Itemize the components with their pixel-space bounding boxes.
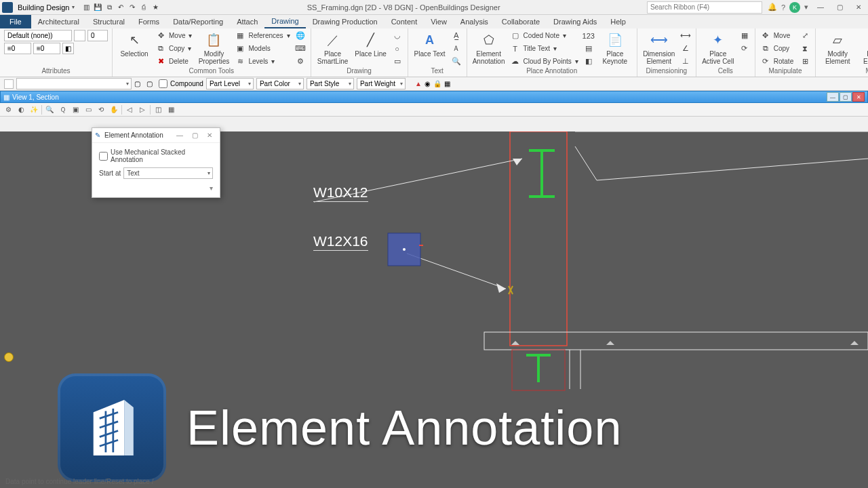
place-note-icon[interactable]: 123 (583, 30, 595, 41)
workflow-selector[interactable]: Building Design (15, 3, 72, 12)
zoom-in-icon[interactable]: 🔍 (44, 104, 55, 115)
change-text-icon[interactable]: Ａ (450, 43, 462, 54)
modify-element[interactable]: ▱Modify Element (820, 30, 855, 65)
place-line[interactable]: ╱Place Line (353, 30, 389, 58)
compound-checkbox[interactable] (159, 79, 167, 88)
maximize-button[interactable]: ▢ (830, 0, 849, 15)
edit-text-icon[interactable]: A̲ (450, 30, 462, 41)
dialog-minimize-button[interactable]: — (172, 131, 187, 139)
display-style-icon[interactable]: ◐ (16, 104, 26, 115)
view-prev-icon[interactable]: ◁ (124, 104, 135, 115)
accudraw-icon[interactable]: ▲ (415, 80, 422, 87)
dim-ordinate-icon[interactable]: ⊥ (679, 56, 692, 67)
view-maximize-button[interactable]: ▢ (840, 92, 852, 102)
workflow-dropdown-icon[interactable]: ▾ (72, 4, 75, 10)
lock-toggle-icon[interactable]: 🔒 (433, 80, 441, 87)
place-callout-icon[interactable]: ◧ (583, 56, 595, 67)
pan-icon[interactable]: ✋ (108, 104, 119, 115)
delete-tool[interactable]: ✖Delete (155, 56, 193, 67)
dialog-pin-button[interactable]: ▢ (187, 131, 202, 139)
tab-drawing-production[interactable]: Drawing Production (306, 15, 384, 28)
tab-collaborate[interactable]: Collaborate (495, 15, 547, 28)
view-close-button[interactable]: ✕ (852, 92, 865, 102)
manip-mirror-icon[interactable]: ⧗ (799, 43, 811, 54)
part-swatch[interactable]: ▢ (134, 80, 144, 87)
adjust-icon[interactable]: ✨ (28, 104, 39, 115)
tab-drawing-aids[interactable]: Drawing Aids (547, 15, 604, 28)
coded-note[interactable]: ▢Coded Note ▾ (509, 30, 580, 41)
qat-undo-icon[interactable]: ↶ (116, 3, 125, 12)
manip-copy[interactable]: ⧉Copy (760, 43, 796, 54)
clip-mask-icon[interactable]: ▦ (165, 104, 176, 115)
view-minimize-button[interactable]: — (827, 92, 839, 102)
transparency-icon[interactable]: ◧ (62, 43, 74, 54)
lineweight-0b[interactable]: ≡ 0 (33, 43, 60, 54)
place-active-cell[interactable]: ✦Place Active Cell (701, 30, 736, 65)
dialog-close-button[interactable]: ✕ (202, 131, 217, 139)
part-style-selector[interactable]: Part Style (307, 78, 354, 89)
explorer-icon[interactable]: 🌐 (294, 30, 307, 41)
start-at-selector[interactable]: Text (123, 167, 213, 179)
qat-more-icon[interactable]: ★ (151, 3, 160, 12)
reference-indicator-icon[interactable] (4, 352, 14, 362)
linestyle-0[interactable]: ≡ 0 (4, 43, 31, 54)
move-tool[interactable]: ✥Move ▾ (155, 30, 193, 41)
minimize-button[interactable]: — (811, 0, 830, 15)
part-level-selector[interactable]: Part Level (206, 78, 254, 89)
qat-open-icon[interactable]: ▥ (81, 3, 91, 12)
part-swatch2[interactable]: ▢ (146, 80, 156, 87)
close-button[interactable]: ✕ (849, 0, 868, 15)
manip-rotate[interactable]: ⟳Rotate (760, 56, 796, 67)
tab-help[interactable]: Help (604, 15, 633, 28)
cloud-by-points[interactable]: ☁Cloud By Points ▾ (509, 56, 580, 67)
window-area-icon[interactable]: ▭ (83, 104, 94, 115)
fit-view-icon[interactable]: ▣ (70, 104, 81, 115)
selection-tool[interactable]: ↖Selection (117, 30, 152, 58)
qat-print-icon[interactable]: ⎙ (139, 3, 149, 12)
color-swatch[interactable] (74, 30, 85, 41)
view-attrs-icon[interactable]: ⚙ (3, 104, 14, 115)
dim-linear-icon[interactable]: ⟷ (679, 30, 692, 41)
view-window-header[interactable]: ▦ View 1, Section — ▢ ✕ (0, 91, 868, 103)
view-next-icon[interactable]: ▷ (137, 104, 148, 115)
arc-icon[interactable]: ◡ (391, 30, 403, 41)
element-annotation-dialog[interactable]: ✎ Element Annotation — ▢ ✕ Use Mechanica… (92, 127, 220, 198)
levels-btn[interactable]: ≋Levels ▾ (234, 56, 291, 67)
tab-data-reporting[interactable]: Data/Reporting (166, 15, 230, 28)
dialog-expand-icon[interactable]: ▾ (99, 184, 213, 192)
clip-volume-icon[interactable]: ◫ (153, 104, 163, 115)
grid-toggle-icon[interactable]: ▦ (444, 80, 450, 87)
qat-redo-icon[interactable]: ↷ (127, 3, 137, 12)
family-selector[interactable] (16, 78, 132, 89)
break-element[interactable]: ⎋Break Element (858, 30, 868, 65)
help-icon[interactable]: ? (781, 3, 785, 12)
circle-icon[interactable]: ○ (391, 43, 403, 54)
shape-icon[interactable]: ▭ (391, 56, 403, 67)
more-common-icon[interactable]: ⚙ (294, 56, 307, 67)
level-selector[interactable]: Default (none)) (4, 30, 72, 41)
place-label-icon[interactable]: ▤ (583, 43, 595, 54)
tab-analysis[interactable]: Analysis (454, 15, 495, 28)
tab-content[interactable]: Content (384, 15, 425, 28)
keyin-icon[interactable]: ⌨ (294, 43, 307, 54)
tab-structural[interactable]: Structural (86, 15, 132, 28)
models-btn[interactable]: ▣Models (234, 43, 291, 54)
place-smartline[interactable]: ／Place SmartLine (315, 30, 351, 65)
rotate-view-icon[interactable]: ⟲ (96, 104, 106, 115)
lock-icon[interactable] (4, 79, 14, 89)
use-mechanical-checkbox[interactable]: Use Mechanical Stacked Annotation (99, 148, 213, 163)
lineweight-0a[interactable]: 0 (87, 30, 108, 41)
replace-cell-icon[interactable]: ⟳ (738, 43, 751, 54)
settings-chevron-icon[interactable]: ▾ (804, 3, 808, 12)
file-tab[interactable]: File (0, 15, 31, 28)
tab-architectural[interactable]: Architectural (31, 15, 86, 28)
element-annotation[interactable]: ⬠Element Annotation (471, 30, 507, 65)
ribbon-search-input[interactable]: Search Ribbon (F4) (647, 1, 762, 14)
notification-icon[interactable]: 🔔 (768, 3, 777, 12)
tab-attach[interactable]: Attach (230, 15, 264, 28)
modify-properties[interactable]: 📋Modify Properties (196, 30, 231, 65)
zoom-out-icon[interactable]: Ｑ (57, 104, 68, 115)
snap-icon[interactable]: ◉ (425, 80, 431, 87)
dimension-element[interactable]: ⟷Dimension Element (642, 30, 677, 65)
tab-forms[interactable]: Forms (132, 15, 166, 28)
